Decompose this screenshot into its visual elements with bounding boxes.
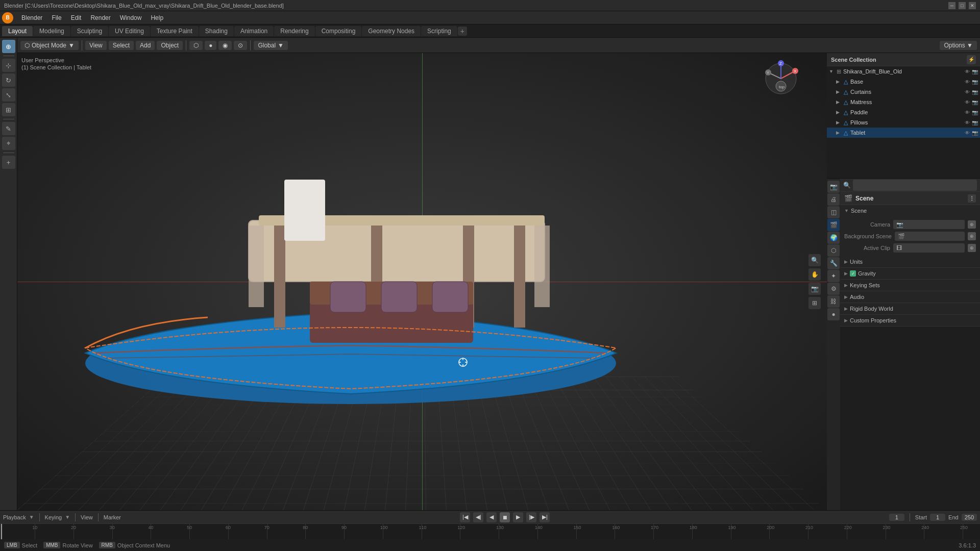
- end-frame-value[interactable]: 250: [962, 514, 977, 521]
- object-mode-selector[interactable]: ⬡ Object Mode ▼: [20, 41, 79, 50]
- menu-help[interactable]: Help: [146, 13, 167, 22]
- background-scene-value[interactable]: 🎬: [895, 232, 965, 241]
- start-frame-value[interactable]: 1: [930, 514, 945, 521]
- material-preview[interactable]: ◉: [218, 41, 232, 50]
- solid-shading[interactable]: ●: [205, 41, 216, 50]
- constraints-props-tab[interactable]: ⛓: [827, 295, 840, 308]
- physics-props-tab[interactable]: ⚙: [827, 283, 840, 295]
- scene-props-menu[interactable]: ⋮: [968, 194, 976, 203]
- scale-tool[interactable]: ⤡: [2, 88, 15, 102]
- render-icon-base[interactable]: 📷: [972, 79, 978, 85]
- menu-render[interactable]: Render: [86, 13, 114, 22]
- tree-item-pillows[interactable]: ▶ △ Pillows 👁 📷: [827, 117, 980, 128]
- tab-compositing[interactable]: Compositing: [315, 26, 362, 36]
- tree-item-base[interactable]: ▶ △ Base 👁 📷: [827, 77, 980, 87]
- visibility-icon-curtains[interactable]: 👁: [965, 89, 970, 95]
- tab-shading[interactable]: Shading: [199, 26, 234, 36]
- tree-item-mattress[interactable]: ▶ △ Mattress 👁 📷: [827, 97, 980, 107]
- active-clip-value[interactable]: 🎞: [893, 243, 965, 253]
- visibility-icon-collection[interactable]: 👁: [965, 69, 970, 74]
- render-props-tab[interactable]: 📷: [827, 181, 840, 193]
- wireframe-toggle[interactable]: ⬡: [189, 41, 203, 50]
- modifier-props-tab[interactable]: 🔧: [827, 257, 840, 269]
- tab-sculpting[interactable]: Sculpting: [71, 26, 108, 36]
- camera-value[interactable]: 📷: [893, 220, 965, 229]
- minimize-button[interactable]: ─: [948, 2, 955, 9]
- zoom-in-button[interactable]: 🔍: [808, 254, 821, 266]
- maximize-button[interactable]: □: [959, 2, 966, 9]
- render-icon-collection[interactable]: 📷: [972, 69, 978, 74]
- tab-layout[interactable]: Layout: [2, 26, 33, 36]
- tree-item-collection[interactable]: ▼ ⊞ Shikara_Drift_Blue_Old 👁 📷: [827, 66, 980, 77]
- visibility-icon-paddle[interactable]: 👁: [965, 110, 970, 115]
- add-workspace-button[interactable]: +: [458, 27, 467, 36]
- camera-view-button[interactable]: 📷: [808, 283, 821, 295]
- menu-edit[interactable]: Edit: [67, 13, 86, 22]
- add-menu[interactable]: Add: [136, 41, 155, 50]
- visibility-icon-tablet[interactable]: 👁: [965, 130, 970, 136]
- global-local-toggle[interactable]: Global ▼: [254, 41, 288, 50]
- next-keyframe-button[interactable]: |▶: [526, 512, 536, 522]
- render-icon-pillows[interactable]: 📷: [972, 120, 978, 126]
- navigation-gizmo[interactable]: X Y Z top: [761, 58, 801, 99]
- scene-sub-header[interactable]: ▼ Scene: [840, 205, 980, 216]
- transform-tool[interactable]: ⊞: [2, 103, 15, 116]
- visibility-icon-pillows[interactable]: 👁: [965, 120, 970, 126]
- tab-uv-editing[interactable]: UV Editing: [109, 26, 150, 36]
- add-tool[interactable]: +: [2, 156, 15, 169]
- tree-item-tablet[interactable]: ▶ △ Tablet 👁 📷: [827, 128, 980, 138]
- object-menu[interactable]: Object: [157, 41, 183, 50]
- play-reverse-button[interactable]: ◀: [486, 512, 497, 522]
- custom-properties-header[interactable]: ▶ Custom Properties: [840, 315, 980, 326]
- keying-sets-header[interactable]: ▶ Keying Sets: [840, 280, 980, 291]
- visibility-icon-base[interactable]: 👁: [965, 79, 970, 85]
- close-button[interactable]: ✕: [969, 2, 976, 9]
- play-forward-button[interactable]: ▶: [513, 512, 523, 522]
- tab-animation[interactable]: Animation: [234, 26, 274, 36]
- audio-header[interactable]: ▶ Audio: [840, 291, 980, 303]
- tab-modeling[interactable]: Modeling: [33, 26, 70, 36]
- rigid-body-world-header[interactable]: ▶ Rigid Body World: [840, 303, 980, 314]
- gravity-header[interactable]: ▶ ✓ Gravity: [840, 268, 980, 279]
- menu-file[interactable]: File: [47, 13, 65, 22]
- object-props-tab[interactable]: ⬡: [827, 244, 840, 257]
- select-menu[interactable]: Select: [109, 41, 134, 50]
- render-icon-curtains[interactable]: 📷: [972, 89, 978, 95]
- prev-keyframe-button[interactable]: ◀|: [473, 512, 483, 522]
- jump-end-button[interactable]: ▶|: [540, 512, 550, 522]
- measure-tool[interactable]: ⌖: [2, 137, 15, 150]
- pan-button[interactable]: ✋: [808, 268, 821, 281]
- menu-window[interactable]: Window: [116, 13, 146, 22]
- tab-scripting[interactable]: Scripting: [421, 26, 457, 36]
- output-props-tab[interactable]: 🖨: [827, 193, 840, 206]
- view-menu[interactable]: View: [85, 41, 107, 50]
- material-props-tab[interactable]: ●: [827, 308, 840, 320]
- particles-props-tab[interactable]: ✦: [827, 270, 840, 282]
- jump-start-button[interactable]: |◀: [460, 512, 470, 522]
- collection-button[interactable]: ⊞: [808, 297, 821, 309]
- current-frame-value[interactable]: 1: [889, 514, 904, 521]
- 3d-viewport[interactable]: User Perspective (1) Scene Collection | …: [17, 53, 827, 510]
- tree-item-curtains[interactable]: ▶ △ Curtains 👁 📷: [827, 87, 980, 97]
- menu-blender[interactable]: Blender: [17, 13, 46, 22]
- tab-texture-paint[interactable]: Texture Paint: [151, 26, 199, 36]
- gravity-check[interactable]: ✓: [850, 270, 856, 277]
- tree-item-paddle[interactable]: ▶ △ Paddle 👁 📷: [827, 107, 980, 117]
- timeline-ruler[interactable]: // Generate frame markers (function() { …: [0, 524, 980, 539]
- annotate-tool[interactable]: ✎: [2, 122, 15, 135]
- rotate-tool[interactable]: ↻: [2, 73, 15, 87]
- render-icon-tablet[interactable]: 📷: [972, 130, 978, 136]
- world-props-tab[interactable]: 🌍: [827, 232, 840, 244]
- stop-button[interactable]: ⏹: [500, 512, 510, 522]
- render-icon-paddle[interactable]: 📷: [972, 110, 978, 115]
- rendered-preview[interactable]: ⊙: [234, 41, 247, 50]
- outliner-filter-icon[interactable]: ⚡: [967, 55, 976, 64]
- clip-field-icon[interactable]: ⊕: [968, 244, 976, 252]
- options-button[interactable]: Options ▼: [940, 41, 977, 50]
- visibility-icon-mattress[interactable]: 👁: [965, 99, 970, 105]
- props-search-input[interactable]: [853, 180, 977, 191]
- camera-field-icon[interactable]: ⊕: [968, 220, 976, 229]
- units-header[interactable]: ▶ Units: [840, 256, 980, 267]
- tab-rendering[interactable]: Rendering: [274, 26, 314, 36]
- move-tool[interactable]: ⊹: [2, 59, 15, 72]
